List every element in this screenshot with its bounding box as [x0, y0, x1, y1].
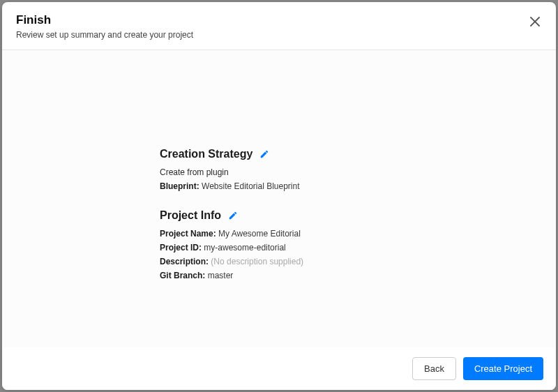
close-button[interactable] [528, 15, 542, 29]
project-id-label: Project ID: [160, 243, 202, 252]
project-name-row: Project Name: My Awesome Editorial [160, 229, 556, 239]
modal-body: Creation Strategy Create from plugin Blu… [2, 50, 556, 347]
section-header: Creation Strategy [160, 148, 556, 160]
section-header: Project Info [160, 209, 556, 222]
modal-footer: Back Create Project [2, 347, 556, 390]
git-branch-label: Git Branch: [160, 271, 205, 280]
project-id-row: Project ID: my-awesome-editorial [160, 243, 556, 252]
project-id-value: my-awesome-editorial [204, 243, 285, 252]
close-icon [530, 17, 540, 27]
pencil-icon [228, 211, 238, 220]
blueprint-label: Blueprint: [160, 181, 199, 191]
back-button[interactable]: Back [412, 357, 456, 380]
modal-title: Finish [16, 13, 542, 27]
modal-header: Finish Review set up summary and create … [2, 2, 556, 50]
project-name-label: Project Name: [160, 229, 216, 239]
description-value: (No description supplied) [211, 257, 303, 266]
project-name-value: My Awesome Editorial [218, 229, 301, 239]
git-branch-row: Git Branch: master [160, 271, 556, 280]
creation-strategy-section: Creation Strategy Create from plugin Blu… [160, 148, 556, 191]
creation-strategy-text: Create from plugin [160, 167, 556, 177]
blueprint-value: Website Editorial Blueprint [202, 181, 300, 191]
modal-subtitle: Review set up summary and create your pr… [16, 30, 542, 40]
project-info-title: Project Info [160, 209, 221, 222]
create-project-button[interactable]: Create Project [463, 357, 543, 380]
edit-creation-strategy-button[interactable] [259, 149, 269, 159]
finish-modal: Finish Review set up summary and create … [2, 2, 556, 390]
description-row: Description: (No description supplied) [160, 257, 556, 266]
git-branch-value: master [208, 271, 234, 280]
description-label: Description: [160, 257, 209, 266]
pencil-icon [259, 149, 269, 159]
blueprint-row: Blueprint: Website Editorial Blueprint [160, 181, 556, 191]
creation-strategy-title: Creation Strategy [160, 148, 252, 160]
edit-project-info-button[interactable] [228, 211, 238, 220]
project-info-section: Project Info Project Name: My Awesome Ed… [160, 209, 556, 280]
